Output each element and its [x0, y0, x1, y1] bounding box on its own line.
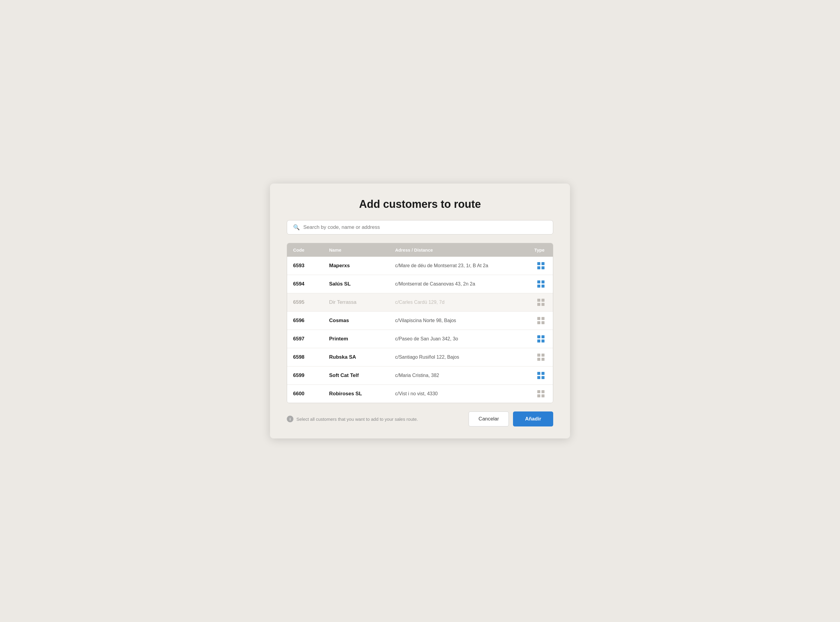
grid-dot	[542, 281, 545, 284]
grid-dot	[537, 299, 540, 302]
cancel-button[interactable]: Cancelar	[469, 412, 509, 427]
header-address: Adress / Distance	[395, 247, 514, 253]
table-body: 6593 Maperxs c/Mare de déu de Montserrat…	[287, 257, 553, 403]
cell-name: Cosmas	[329, 318, 395, 323]
add-customers-modal: Add customers to route 🔍 Code Name Adres…	[270, 183, 570, 439]
footer-buttons: Cancelar Añadir	[469, 412, 553, 427]
info-icon: i	[287, 416, 293, 422]
header-code: Code	[293, 247, 329, 253]
header-name: Name	[329, 247, 395, 253]
table-row[interactable]: 6600 Robiroses SL c/Vist i no vist, 4330	[287, 384, 553, 403]
grid-dot	[542, 321, 545, 324]
cell-code: 6599	[293, 372, 329, 378]
cell-address: c/Vilapiscina Norte 98, Bajos	[395, 318, 514, 323]
grid-dot	[537, 321, 540, 324]
footer-info-text: Select all customers that you want to ad…	[296, 416, 418, 422]
cell-name: Printem	[329, 336, 395, 342]
grid-dot	[537, 303, 540, 306]
table-row[interactable]: 6595 Dir Terrassa c/Carles Cardú 129, 7d	[287, 293, 553, 311]
type-icon	[537, 335, 545, 343]
cell-code: 6597	[293, 336, 329, 342]
modal-title: Add customers to route	[287, 198, 553, 210]
grid-dot	[537, 394, 540, 397]
grid-dot	[537, 376, 540, 379]
grid-dot	[542, 335, 545, 338]
type-icon	[537, 317, 545, 324]
grid-dot	[537, 285, 540, 288]
cell-address: c/Carles Cardú 129, 7d	[395, 300, 514, 305]
cell-type	[514, 317, 547, 324]
cell-name: Soft Cat Telf	[329, 372, 395, 378]
grid-dot	[537, 358, 540, 361]
table-row[interactable]: 6597 Printem c/Paseo de San Juan 342, 3o	[287, 329, 553, 348]
cell-name: Rubska SA	[329, 354, 395, 360]
grid-dot	[542, 372, 545, 375]
cell-type	[514, 354, 547, 361]
grid-dot	[542, 317, 545, 320]
grid-dot	[537, 281, 540, 284]
grid-dot	[542, 354, 545, 357]
grid-dot	[537, 354, 540, 357]
table-row[interactable]: 6594 Salús SL c/Montserrat de Casanovas …	[287, 275, 553, 293]
cell-code: 6594	[293, 281, 329, 287]
grid-dot	[542, 303, 545, 306]
type-icon	[537, 390, 545, 397]
grid-dot	[542, 299, 545, 302]
grid-dot	[542, 390, 545, 393]
search-bar: 🔍	[287, 220, 553, 235]
cell-name: Dir Terrassa	[329, 299, 395, 305]
search-input[interactable]	[303, 224, 547, 230]
cell-type	[514, 390, 547, 397]
cell-code: 6600	[293, 391, 329, 397]
footer: i Select all customers that you want to …	[287, 412, 553, 427]
grid-dot	[537, 266, 540, 269]
type-icon	[537, 299, 545, 306]
cell-type	[514, 372, 547, 379]
grid-dot	[537, 340, 540, 343]
cell-address: c/Mare de déu de Montserrat 23, 1r, B At…	[395, 263, 514, 268]
search-icon: 🔍	[293, 224, 300, 231]
grid-dot	[537, 372, 540, 375]
type-icon	[537, 262, 545, 269]
grid-dot	[542, 262, 545, 265]
footer-info: i Select all customers that you want to …	[287, 416, 418, 422]
grid-dot	[537, 317, 540, 320]
cell-address: c/Santiago Rusiñol 122, Bajos	[395, 354, 514, 360]
cell-name: Robiroses SL	[329, 391, 395, 397]
table-row[interactable]: 6599 Soft Cat Telf c/Maria Cristina, 382	[287, 366, 553, 384]
grid-dot	[542, 285, 545, 288]
cell-name: Maperxs	[329, 263, 395, 269]
cell-type	[514, 281, 547, 288]
customers-table: Code Name Adress / Distance Type 6593 Ma…	[287, 243, 553, 403]
grid-dot	[542, 394, 545, 397]
add-button[interactable]: Añadir	[513, 412, 553, 427]
cell-code: 6596	[293, 318, 329, 323]
cell-code: 6598	[293, 354, 329, 360]
type-icon	[537, 372, 545, 379]
grid-dot	[542, 266, 545, 269]
table-row[interactable]: 6598 Rubska SA c/Santiago Rusiñol 122, B…	[287, 348, 553, 366]
header-type: Type	[514, 247, 547, 253]
grid-dot	[542, 358, 545, 361]
cell-address: c/Montserrat de Casanovas 43, 2n 2a	[395, 281, 514, 287]
grid-dot	[542, 340, 545, 343]
cell-name: Salús SL	[329, 281, 395, 287]
cell-code: 6593	[293, 263, 329, 269]
cell-address: c/Maria Cristina, 382	[395, 373, 514, 378]
grid-dot	[542, 376, 545, 379]
type-icon	[537, 354, 545, 361]
table-header: Code Name Adress / Distance Type	[287, 243, 553, 257]
grid-dot	[537, 390, 540, 393]
grid-dot	[537, 262, 540, 265]
cell-type	[514, 262, 547, 269]
cell-code: 6595	[293, 299, 329, 305]
table-row[interactable]: 6596 Cosmas c/Vilapiscina Norte 98, Bajo…	[287, 311, 553, 329]
type-icon	[537, 281, 545, 288]
cell-address: c/Vist i no vist, 4330	[395, 391, 514, 396]
grid-dot	[537, 335, 540, 338]
cell-type	[514, 335, 547, 343]
cell-address: c/Paseo de San Juan 342, 3o	[395, 336, 514, 341]
cell-type	[514, 299, 547, 306]
table-row[interactable]: 6593 Maperxs c/Mare de déu de Montserrat…	[287, 257, 553, 275]
